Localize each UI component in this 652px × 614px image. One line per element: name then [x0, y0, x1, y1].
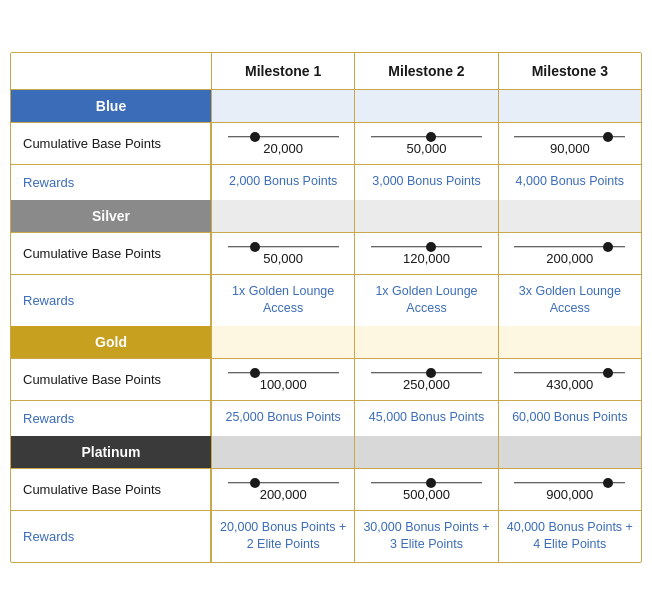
tier-label-gold: Gold: [11, 326, 211, 358]
rewards-cell-platinum-m2: 30,000 Bonus Points + 3 Elite Points: [354, 511, 497, 562]
points-value-gold-m1: 100,000: [260, 377, 307, 392]
tier-header-empty-1-1: [354, 200, 497, 232]
points-cell-platinum-m2: 500,000: [354, 469, 497, 510]
points-value-blue-m1: 20,000: [263, 141, 303, 156]
milestone-dot-platinum-m3: [603, 478, 613, 488]
header-col1: Milestone 1: [211, 53, 354, 89]
tier-header-empty-3-2: [498, 436, 641, 468]
tier-header-blue: Blue: [11, 90, 641, 122]
tier-header-empty-0-1: [354, 90, 497, 122]
points-row-silver: Cumulative Base Points50,000120,000200,0…: [11, 232, 641, 274]
rewards-cell-gold-m1: 25,000 Bonus Points: [211, 401, 354, 436]
tiers-container: BlueCumulative Base Points20,00050,00090…: [11, 90, 641, 562]
tier-header-gold: Gold: [11, 326, 641, 358]
points-value-silver-m3: 200,000: [546, 251, 593, 266]
tier-header-empty-2-1: [354, 326, 497, 358]
tier-header-empty-1-2: [498, 200, 641, 232]
tier-header-empty-3-1: [354, 436, 497, 468]
rewards-cell-platinum-m1: 20,000 Bonus Points + 2 Elite Points: [211, 511, 354, 562]
rewards-cell-silver-m3: 3x Golden Lounge Access: [498, 275, 641, 326]
header-col2: Milestone 2: [354, 53, 497, 89]
milestone-dot-platinum-m1: [250, 478, 260, 488]
points-cell-blue-m2: 50,000: [354, 123, 497, 164]
points-cell-silver-m2: 120,000: [354, 233, 497, 274]
milestone-dot-gold-m3: [603, 368, 613, 378]
rewards-label-gold: Rewards: [11, 401, 211, 436]
tier-label-blue: Blue: [11, 90, 211, 122]
points-cell-blue-m1: 20,000: [211, 123, 354, 164]
points-value-blue-m2: 50,000: [407, 141, 447, 156]
points-value-platinum-m1: 200,000: [260, 487, 307, 502]
milestone-dot-silver-m1: [250, 242, 260, 252]
rewards-cell-blue-m1: 2,000 Bonus Points: [211, 165, 354, 200]
points-cell-silver-m1: 50,000: [211, 233, 354, 274]
rewards-label-silver: Rewards: [11, 275, 211, 326]
points-value-silver-m2: 120,000: [403, 251, 450, 266]
rewards-cell-blue-m3: 4,000 Bonus Points: [498, 165, 641, 200]
rewards-row-gold: Rewards25,000 Bonus Points45,000 Bonus P…: [11, 400, 641, 436]
points-row-label-platinum: Cumulative Base Points: [11, 469, 211, 510]
tier-label-silver: Silver: [11, 200, 211, 232]
rewards-label-platinum: Rewards: [11, 511, 211, 562]
points-cell-silver-m3: 200,000: [498, 233, 641, 274]
rewards-cell-gold-m3: 60,000 Bonus Points: [498, 401, 641, 436]
points-row-platinum: Cumulative Base Points200,000500,000900,…: [11, 468, 641, 510]
rewards-cell-gold-m2: 45,000 Bonus Points: [354, 401, 497, 436]
milestone-dot-gold-m1: [250, 368, 260, 378]
rewards-cell-platinum-m3: 40,000 Bonus Points + 4 Elite Points: [498, 511, 641, 562]
rewards-row-platinum: Rewards20,000 Bonus Points + 2 Elite Poi…: [11, 510, 641, 562]
rewards-cell-silver-m1: 1x Golden Lounge Access: [211, 275, 354, 326]
points-value-platinum-m3: 900,000: [546, 487, 593, 502]
tier-header-silver: Silver: [11, 200, 641, 232]
points-value-gold-m2: 250,000: [403, 377, 450, 392]
milestone-dot-blue-m3: [603, 132, 613, 142]
points-cell-blue-m3: 90,000: [498, 123, 641, 164]
points-cell-gold-m3: 430,000: [498, 359, 641, 400]
points-value-blue-m3: 90,000: [550, 141, 590, 156]
points-row-blue: Cumulative Base Points20,00050,00090,000: [11, 122, 641, 164]
tier-header-empty-1-0: [211, 200, 354, 232]
milestone-dot-gold-m2: [426, 368, 436, 378]
tier-header-platinum: Platinum: [11, 436, 641, 468]
points-row-gold: Cumulative Base Points100,000250,000430,…: [11, 358, 641, 400]
points-cell-gold-m1: 100,000: [211, 359, 354, 400]
points-row-label-gold: Cumulative Base Points: [11, 359, 211, 400]
tier-header-empty-0-0: [211, 90, 354, 122]
milestone-dot-blue-m2: [426, 132, 436, 142]
tier-header-empty-0-2: [498, 90, 641, 122]
points-row-label-blue: Cumulative Base Points: [11, 123, 211, 164]
points-cell-platinum-m3: 900,000: [498, 469, 641, 510]
rewards-row-silver: Rewards1x Golden Lounge Access1x Golden …: [11, 274, 641, 326]
milestone-dot-blue-m1: [250, 132, 260, 142]
header-col3: Milestone 3: [498, 53, 641, 89]
tier-label-platinum: Platinum: [11, 436, 211, 468]
header-col0: [11, 53, 211, 89]
milestone-dot-silver-m3: [603, 242, 613, 252]
points-cell-platinum-m1: 200,000: [211, 469, 354, 510]
tier-header-empty-2-2: [498, 326, 641, 358]
rewards-cell-silver-m2: 1x Golden Lounge Access: [354, 275, 497, 326]
points-value-platinum-m2: 500,000: [403, 487, 450, 502]
table-header: Milestone 1 Milestone 2 Milestone 3: [11, 53, 641, 90]
rewards-row-blue: Rewards2,000 Bonus Points3,000 Bonus Poi…: [11, 164, 641, 200]
points-cell-gold-m2: 250,000: [354, 359, 497, 400]
milestone-dot-platinum-m2: [426, 478, 436, 488]
milestones-table: Milestone 1 Milestone 2 Milestone 3 Blue…: [10, 52, 642, 563]
tier-header-empty-2-0: [211, 326, 354, 358]
tier-header-empty-3-0: [211, 436, 354, 468]
rewards-label-blue: Rewards: [11, 165, 211, 200]
points-value-gold-m3: 430,000: [546, 377, 593, 392]
points-row-label-silver: Cumulative Base Points: [11, 233, 211, 274]
points-value-silver-m1: 50,000: [263, 251, 303, 266]
milestone-dot-silver-m2: [426, 242, 436, 252]
rewards-cell-blue-m2: 3,000 Bonus Points: [354, 165, 497, 200]
